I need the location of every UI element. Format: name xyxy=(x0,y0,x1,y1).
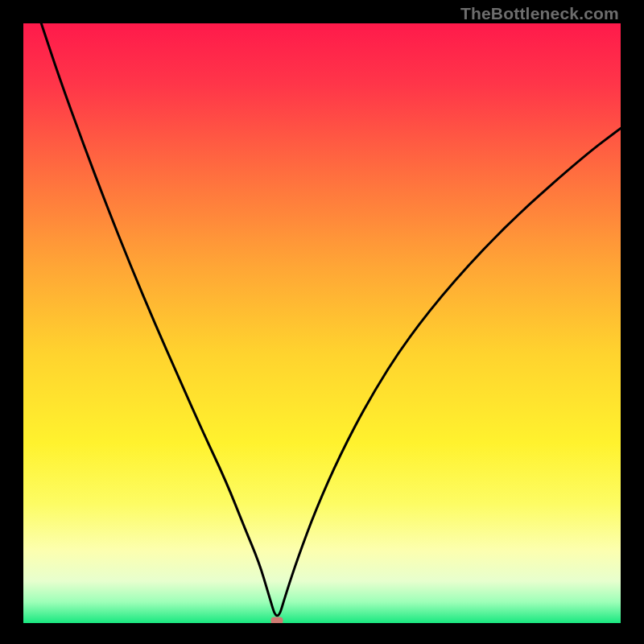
chart-frame: TheBottleneck.com xyxy=(0,0,644,644)
watermark-text: TheBottleneck.com xyxy=(460,4,619,23)
bottleneck-curve xyxy=(23,23,621,623)
minimum-marker xyxy=(271,617,283,624)
plot-area xyxy=(23,23,621,623)
